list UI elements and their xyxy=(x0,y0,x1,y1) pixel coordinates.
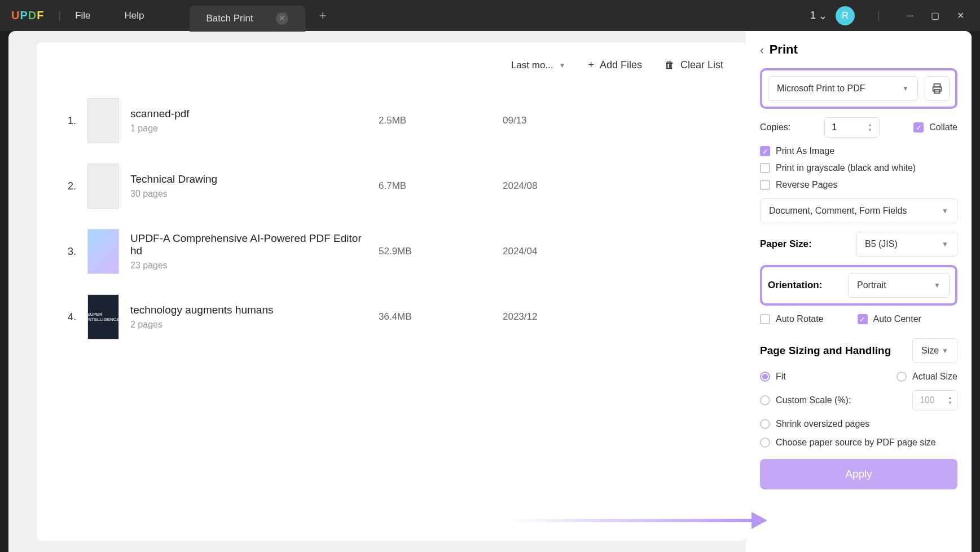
file-list-panel: Last mo... ▼ + Add Files 🗑 Clear List 1.… xyxy=(37,42,746,541)
new-tab-button[interactable]: + xyxy=(319,8,327,23)
add-files-button[interactable]: + Add Files xyxy=(588,59,642,71)
row-number: 4. xyxy=(59,311,76,323)
file-size: 36.4MB xyxy=(379,311,491,323)
custom-scale-input[interactable]: ▲▼ xyxy=(912,390,957,410)
close-icon[interactable]: × xyxy=(276,12,288,25)
file-thumbnail xyxy=(87,164,119,209)
row-number: 3. xyxy=(59,246,76,258)
tab-title: Batch Print xyxy=(206,13,253,24)
chevron-down-icon: ⌄ xyxy=(819,10,827,22)
divider: | xyxy=(58,10,61,21)
actual-size-radio[interactable]: Actual Size xyxy=(896,372,957,382)
print-panel: ‹ Print Microsoft Print to PDF ▼ Copies:… xyxy=(746,31,972,552)
radio-icon xyxy=(760,372,770,382)
chevron-down-icon: ▼ xyxy=(902,85,909,92)
shrink-radio[interactable]: Shrink oversized pages xyxy=(760,419,957,429)
print-button[interactable] xyxy=(925,76,950,101)
orientation-highlight: Orientation: Portrait ▼ xyxy=(760,265,957,306)
printer-dropdown[interactable]: Microsoft Print to PDF ▼ xyxy=(768,76,918,101)
sizing-dropdown[interactable]: Size ▼ xyxy=(912,338,957,363)
file-date: 2024/08 xyxy=(503,180,587,192)
file-name: Technical Drawing xyxy=(130,173,367,186)
chevron-down-icon: ▼ xyxy=(942,240,948,248)
app-logo: UPDF xyxy=(11,9,44,22)
spinner-up-icon[interactable]: ▲ xyxy=(948,395,952,400)
file-date: 09/13 xyxy=(503,115,587,126)
sort-label: Last mo... xyxy=(511,60,553,71)
orientation-dropdown[interactable]: Portrait ▼ xyxy=(848,273,950,298)
checkbox-icon: ✓ xyxy=(760,146,770,156)
file-pages: 23 pages xyxy=(130,260,367,271)
comments-dropdown[interactable]: Document, Comment, Form Fields ▼ xyxy=(760,198,957,223)
file-size: 52.9MB xyxy=(379,246,491,257)
auto-rotate-checkbox[interactable]: Auto Rotate xyxy=(760,314,824,324)
plus-icon: + xyxy=(588,59,594,71)
paper-size-label: Paper Size: xyxy=(760,239,812,250)
chevron-down-icon: ▼ xyxy=(942,207,948,215)
close-window-icon[interactable]: ✕ xyxy=(952,6,969,25)
copies-input[interactable]: ▲▼ xyxy=(824,117,880,138)
file-date: 2023/12 xyxy=(503,311,587,323)
window-count[interactable]: 1 ⌄ xyxy=(810,10,827,22)
maximize-icon[interactable]: ▢ xyxy=(926,6,944,25)
chevron-down-icon: ▼ xyxy=(942,347,948,355)
file-thumbnail: SUPER INTELLIGENCE xyxy=(87,294,119,339)
divider: | xyxy=(877,10,880,21)
reverse-pages-checkbox[interactable]: Reverse Pages xyxy=(760,180,957,190)
custom-scale-radio[interactable]: Custom Scale (%): xyxy=(760,395,851,405)
clear-list-button[interactable]: 🗑 Clear List xyxy=(665,59,723,71)
radio-icon xyxy=(760,419,770,429)
file-name: UPDF-A Comprehensive AI-Powered PDF Edit… xyxy=(130,232,367,257)
checkbox-icon xyxy=(760,314,770,324)
printer-icon xyxy=(931,82,943,95)
back-icon[interactable]: ‹ xyxy=(760,43,764,56)
copies-label: Copies: xyxy=(760,122,790,133)
file-pages: 30 pages xyxy=(130,189,367,199)
tab-batch-print[interactable]: Batch Print × xyxy=(190,6,305,32)
chevron-down-icon: ▼ xyxy=(934,281,941,289)
trash-icon: 🗑 xyxy=(665,59,675,71)
spinner-down-icon[interactable]: ▼ xyxy=(868,127,872,133)
row-number: 1. xyxy=(59,115,76,127)
file-menu[interactable]: File xyxy=(75,10,90,21)
spinner-down-icon[interactable]: ▼ xyxy=(948,400,952,405)
fit-radio[interactable]: Fit xyxy=(760,372,786,382)
help-menu[interactable]: Help xyxy=(125,10,144,21)
spinner-up-icon[interactable]: ▲ xyxy=(868,122,872,127)
file-size: 2.5MB xyxy=(379,115,491,126)
minimize-icon[interactable]: ─ xyxy=(903,6,918,25)
file-thumbnail xyxy=(87,98,119,143)
chevron-down-icon: ▼ xyxy=(559,61,566,69)
grayscale-checkbox[interactable]: Print in grayscale (black and white) xyxy=(760,163,957,173)
content-toolbar: Last mo... ▼ + Add Files 🗑 Clear List xyxy=(59,59,723,71)
main-area: Last mo... ▼ + Add Files 🗑 Clear List 1.… xyxy=(8,31,972,552)
auto-center-checkbox[interactable]: ✓ Auto Center xyxy=(858,314,921,324)
collate-checkbox[interactable]: ✓ Collate xyxy=(913,122,957,133)
print-as-image-checkbox[interactable]: ✓ Print As Image xyxy=(760,146,957,156)
avatar[interactable]: R xyxy=(836,6,855,25)
paper-source-radio[interactable]: Choose paper source by PDF page size xyxy=(760,438,957,448)
list-item[interactable]: 2. Technical Drawing 30 pages 6.7MB 2024… xyxy=(59,153,723,219)
sort-dropdown[interactable]: Last mo... ▼ xyxy=(511,60,566,71)
checkbox-icon: ✓ xyxy=(858,314,868,324)
row-number: 2. xyxy=(59,180,76,192)
apply-button[interactable]: Apply xyxy=(760,459,957,489)
titlebar: UPDF | File Help Batch Print × + 1 ⌄ R |… xyxy=(0,0,980,31)
panel-title: Print xyxy=(770,42,798,57)
radio-icon xyxy=(760,438,770,448)
sizing-title: Page Sizing and Handling xyxy=(760,345,891,357)
file-pages: 1 page xyxy=(130,123,367,134)
paper-size-dropdown[interactable]: B5 (JIS) ▼ xyxy=(856,232,957,257)
file-thumbnail xyxy=(87,229,119,274)
list-item[interactable]: 4. SUPER INTELLIGENCE technology augment… xyxy=(59,284,723,350)
file-pages: 2 pages xyxy=(130,320,367,330)
file-date: 2024/04 xyxy=(503,246,587,257)
radio-icon xyxy=(896,372,907,382)
checkbox-icon xyxy=(760,163,770,173)
radio-icon xyxy=(760,395,770,405)
list-item[interactable]: 1. scanned-pdf 1 page 2.5MB 09/13 xyxy=(59,88,723,153)
orientation-label: Orientation: xyxy=(768,280,822,291)
list-item[interactable]: 3. UPDF-A Comprehensive AI-Powered PDF E… xyxy=(59,219,723,284)
printer-highlight: Microsoft Print to PDF ▼ xyxy=(760,68,957,109)
file-size: 6.7MB xyxy=(379,180,491,192)
